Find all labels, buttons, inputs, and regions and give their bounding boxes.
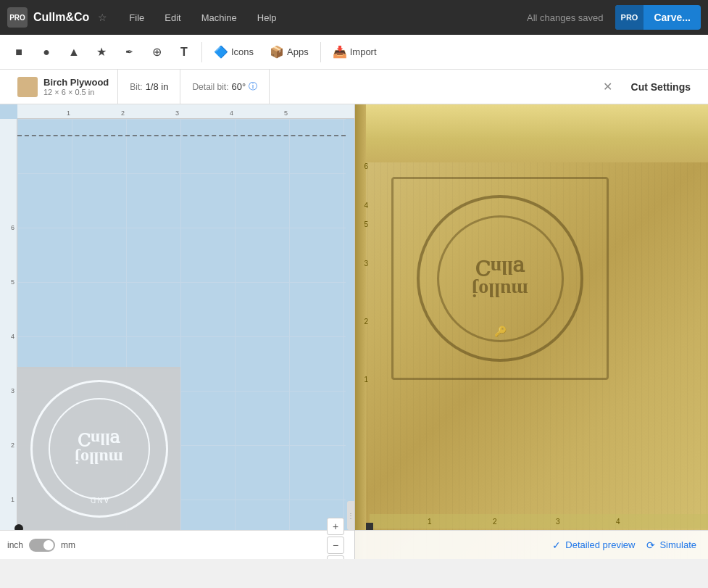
import-icon: 📥 bbox=[333, 45, 347, 59]
carved-stamp-preview: mullojɐllnƆ 🔑 bbox=[391, 177, 609, 380]
ruler-horizontal: 1 2 3 4 5 bbox=[17, 104, 354, 119]
saved-status: All changes saved bbox=[527, 12, 604, 23]
detailed-preview-option[interactable]: ✓ Detailed preview bbox=[552, 539, 635, 551]
icons-label: Icons bbox=[231, 46, 254, 57]
carved-text-main: mullojɐllnƆ bbox=[472, 256, 528, 301]
bit-block[interactable]: Bit: 1/8 in bbox=[118, 70, 180, 104]
pro-badge: PRO bbox=[615, 5, 644, 30]
apps-button[interactable]: 📦 Apps bbox=[262, 39, 316, 65]
canvas-controls: inch mm + − ⌂ bbox=[0, 530, 354, 559]
apps-label: Apps bbox=[287, 46, 309, 57]
toggle-knob bbox=[43, 540, 54, 550]
unit-mm-label: mm bbox=[61, 540, 75, 550]
menu-edit[interactable]: Edit bbox=[154, 0, 191, 35]
zoom-in-button[interactable]: + bbox=[327, 518, 344, 535]
infobar: Birch Plywood 12 × 6 × 0.5 in Bit: 1/8 i… bbox=[0, 70, 708, 104]
detailed-preview-label: Detailed preview bbox=[565, 539, 635, 550]
detail-info-icon[interactable]: ⓘ bbox=[249, 80, 257, 93]
material-block[interactable]: Birch Plywood 12 × 6 × 0.5 in bbox=[9, 70, 118, 104]
apps-icon: 📦 bbox=[270, 45, 284, 59]
ruler-v-3: 3 bbox=[11, 387, 14, 394]
ruler-v-2: 2 bbox=[11, 442, 14, 449]
material-dims: 12 × 6 × 0.5 in bbox=[43, 88, 109, 96]
ruler-h-1: 1 bbox=[67, 109, 70, 117]
3d-ruler-v-3: 3 bbox=[364, 260, 368, 268]
stamp-subtext: AND bbox=[89, 496, 109, 504]
material-swatch bbox=[17, 77, 38, 97]
toolbar-divider-1 bbox=[201, 42, 202, 62]
ruler-h-5: 5 bbox=[284, 109, 288, 117]
preview-bar: ✓ Detailed preview ⟳ Simulate bbox=[355, 530, 708, 559]
grid-background: mullojɐllnƆ AND bbox=[17, 119, 346, 530]
bit-value: 1/8 in bbox=[146, 81, 169, 92]
preview-area: 1 2 3 4 1 2 3 4 6 5 mullojɐllnƆ bbox=[355, 104, 708, 559]
simulate-icon: ⟳ bbox=[646, 539, 655, 551]
import-button[interactable]: 📥 Import bbox=[325, 39, 384, 65]
3d-origin-dot bbox=[366, 523, 373, 530]
home-button[interactable]: ⌂ bbox=[327, 555, 344, 560]
dashed-guideline bbox=[17, 135, 346, 136]
menu-machine[interactable]: Machine bbox=[191, 0, 247, 35]
ruler-h-4: 4 bbox=[230, 109, 233, 117]
unit-toggle[interactable] bbox=[29, 539, 55, 552]
toolbar: ■ ● ▲ ★ ✒ ⊕ T 🔷 Icons 📦 Apps 📥 Import bbox=[0, 35, 708, 70]
import-label: Import bbox=[350, 46, 377, 57]
app-title: Cullm&Co bbox=[33, 11, 89, 24]
tool-text[interactable]: T bbox=[171, 39, 197, 65]
tool-pen[interactable]: ✒ bbox=[116, 39, 142, 65]
toolbar-divider-2 bbox=[320, 42, 321, 62]
ruler-v-4: 4 bbox=[11, 333, 14, 340]
tool-star[interactable]: ★ bbox=[88, 39, 114, 65]
3d-ruler-h-2: 2 bbox=[493, 518, 497, 526]
wood-surface: 1 2 3 4 1 2 3 4 6 5 mullojɐllnƆ bbox=[355, 104, 708, 559]
material-name: Birch Plywood bbox=[43, 77, 109, 88]
3d-ruler-v-2: 2 bbox=[364, 318, 368, 326]
detail-block[interactable]: Detail bit: 60° ⓘ bbox=[180, 70, 270, 104]
menu-file[interactable]: File bbox=[119, 0, 154, 35]
tool-triangle[interactable]: ▲ bbox=[61, 39, 87, 65]
bit-label: Bit: bbox=[130, 82, 142, 92]
3d-ruler-v-1: 1 bbox=[364, 376, 368, 384]
3d-ruler-h-4: 4 bbox=[616, 518, 620, 526]
design-canvas[interactable]: mullojɐllnƆ AND bbox=[17, 119, 346, 530]
carve-label: Carve... bbox=[644, 12, 701, 23]
stamp-outer-circle: mullojɐllnƆ AND bbox=[30, 380, 168, 518]
3d-ruler-h-1: 1 bbox=[428, 518, 432, 526]
3d-ruler-v-5: 5 bbox=[364, 220, 368, 228]
handle-dots: ⋮ bbox=[347, 512, 354, 520]
ruler-v-1: 1 bbox=[11, 496, 14, 503]
main-area: 1 2 3 4 5 1 2 3 4 5 6 bbox=[0, 104, 708, 559]
detail-label: Detail bit: bbox=[192, 82, 228, 92]
material-info: Birch Plywood 12 × 6 × 0.5 in bbox=[43, 77, 109, 96]
stamp-design[interactable]: mullojɐllnƆ AND bbox=[17, 367, 180, 530]
carved-key-icon: 🔑 bbox=[494, 326, 507, 337]
3d-ruler-v-6: 6 bbox=[364, 162, 368, 170]
zoom-out-button[interactable]: − bbox=[327, 537, 344, 554]
simulate-option[interactable]: ⟳ Simulate bbox=[646, 539, 696, 551]
menubar: PRO Cullm&Co ☆ File Edit Machine Help Al… bbox=[0, 0, 708, 35]
ruler-h-2: 2 bbox=[121, 109, 125, 117]
icons-icon: 🔷 bbox=[214, 45, 228, 59]
canvas-area[interactable]: 1 2 3 4 5 1 2 3 4 5 6 bbox=[0, 104, 355, 559]
ruler-v-5: 5 bbox=[11, 278, 14, 286]
3d-ruler-v-4: 4 bbox=[364, 202, 368, 210]
tool-circle[interactable]: ● bbox=[33, 39, 59, 65]
3d-ruler-h-3: 3 bbox=[556, 518, 560, 526]
infobar-close-button[interactable]: ✕ bbox=[599, 78, 617, 96]
carved-outer-circle: mullojɐllnƆ 🔑 bbox=[417, 195, 583, 362]
tool-rectangle[interactable]: ■ bbox=[6, 39, 32, 65]
unit-inch-label: inch bbox=[7, 540, 23, 550]
carved-inner-circle: mullojɐllnƆ bbox=[437, 215, 564, 342]
detail-value: 60° bbox=[231, 81, 246, 92]
ruler-vertical: 1 2 3 4 5 6 bbox=[0, 119, 17, 530]
carve-button[interactable]: PRO Carve... bbox=[615, 5, 701, 30]
panel-resize-handle[interactable]: ⋮ bbox=[347, 501, 354, 530]
checkmark-icon: ✓ bbox=[552, 539, 561, 551]
app-logo-icon: PRO bbox=[7, 7, 28, 28]
tool-crosshair[interactable]: ⊕ bbox=[143, 39, 170, 65]
logo-block: PRO Cullm&Co ☆ bbox=[7, 7, 107, 28]
menu-help[interactable]: Help bbox=[247, 0, 287, 35]
favorite-star-icon[interactable]: ☆ bbox=[98, 12, 107, 23]
icons-button[interactable]: 🔷 Icons bbox=[207, 39, 261, 65]
cut-settings-label: Cut Settings bbox=[622, 81, 699, 93]
